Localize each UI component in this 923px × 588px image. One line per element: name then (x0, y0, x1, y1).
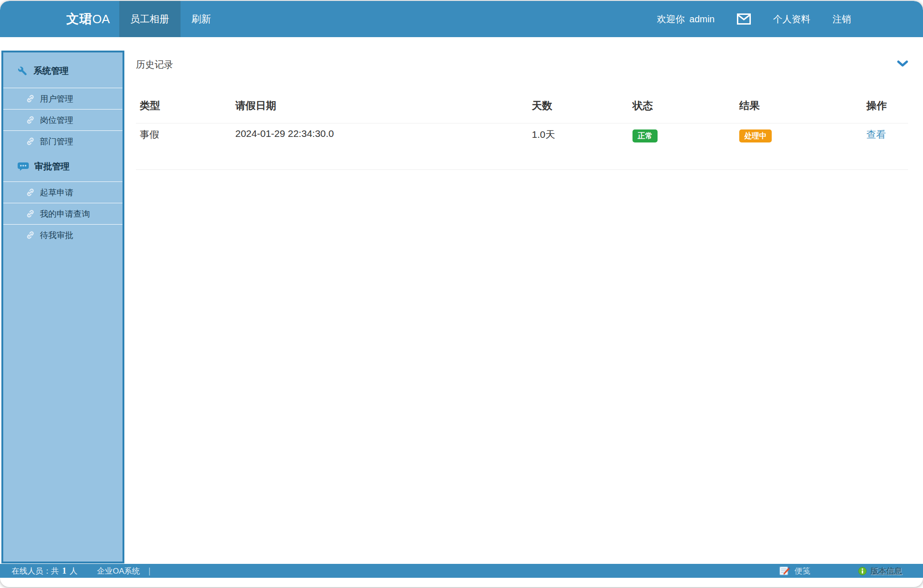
online-users: 在线人员：共 1 人 (12, 566, 77, 576)
statusbar-right: 便笺 版本信息 (779, 565, 902, 576)
page-title: 历史记录 (136, 58, 173, 71)
link-icon (26, 115, 35, 125)
sidebar-item-draft-apply[interactable]: 起草申请 (3, 181, 123, 203)
welcome-label: 欢迎你 (657, 13, 685, 26)
sidebar-item-draft-apply-label: 起草申请 (40, 187, 73, 198)
online-users-label: 在线人员：共 (12, 566, 59, 576)
tab-refresh[interactable]: 刷新 (181, 1, 222, 37)
sidebar-item-user-mgmt-label: 用户管理 (40, 93, 73, 104)
wrench-icon (17, 65, 28, 77)
view-link[interactable]: 查看 (866, 129, 886, 140)
link-icon (26, 136, 35, 146)
username: admin (690, 14, 715, 25)
history-panel-header: 历史记录 (136, 58, 908, 71)
column-header-action: 操作 (863, 92, 908, 123)
link-icon (26, 230, 35, 240)
collapse-button[interactable] (897, 60, 908, 68)
online-users-count: 1 (62, 566, 66, 576)
mail-button[interactable] (737, 13, 751, 25)
sidebar-item-my-applications[interactable]: 我的申请查询 (3, 203, 123, 224)
sidebar: 系统管理 用户管理 岗位管理 (1, 51, 124, 563)
notes-button[interactable]: 便笺 (779, 565, 810, 576)
sidebar-item-pending-approval-label: 待我审批 (40, 230, 73, 241)
comments-icon (17, 161, 29, 172)
chevron-down-icon (897, 60, 908, 68)
sidebar-item-my-applications-label: 我的申请查询 (40, 208, 90, 220)
sidebar-section-system-label: 系统管理 (33, 65, 69, 77)
tab-employee-album[interactable]: 员工相册 (119, 1, 181, 37)
envelope-icon (737, 13, 751, 25)
welcome-text: 欢迎你 admin (657, 13, 715, 26)
link-icon (26, 209, 35, 219)
status-badge: 正常 (633, 129, 658, 142)
result-badge: 处理中 (739, 129, 772, 142)
column-header-type: 类型 (136, 92, 232, 123)
cell-leave-date: 2024-01-29 22:34:30.0 (232, 123, 528, 170)
cell-leave-days: 1.0天 (528, 123, 629, 170)
table-row: 事假 2024-01-29 22:34:30.0 1.0天 正常 处理中 查看 (136, 123, 908, 170)
navbar-right: 欢迎你 admin 个人资料 注销 (657, 1, 851, 37)
sidebar-item-dept-mgmt-label: 部门管理 (40, 136, 73, 147)
navbar-tabs: 员工相册 刷新 (119, 1, 222, 37)
notes-label: 便笺 (794, 566, 810, 576)
column-header-status: 状态 (629, 92, 736, 123)
column-header-result: 结果 (736, 92, 863, 123)
sidebar-item-user-mgmt[interactable]: 用户管理 (3, 88, 123, 109)
system-name: 企业OA系统 (97, 566, 140, 576)
column-header-date: 请假日期 (232, 92, 528, 123)
sidebar-item-dept-mgmt[interactable]: 部门管理 (3, 130, 123, 152)
app-window: 文珺OA 员工相册 刷新 欢迎你 admin (0, 1, 923, 587)
history-table-header: 类型 请假日期 天数 状态 结果 操作 (136, 92, 908, 123)
online-users-unit: 人 (70, 566, 77, 576)
profile-link[interactable]: 个人资料 (773, 13, 810, 26)
sidebar-section-approval[interactable]: 审批管理 (3, 152, 123, 181)
link-icon (26, 94, 35, 103)
sidebar-section-approval-label: 审批管理 (34, 161, 70, 173)
column-header-days: 天数 (528, 92, 629, 123)
version-info-label: 版本信息 (871, 566, 902, 576)
sidebar-item-post-mgmt-label: 岗位管理 (40, 115, 73, 126)
link-icon (26, 187, 35, 197)
cell-leave-type: 事假 (136, 123, 232, 170)
info-icon (858, 567, 867, 575)
sidebar-item-post-mgmt[interactable]: 岗位管理 (3, 109, 123, 130)
logout-link[interactable]: 注销 (833, 13, 851, 26)
sidebar-item-pending-approval[interactable]: 待我审批 (3, 224, 123, 246)
version-info-link[interactable]: 版本信息 (858, 566, 902, 576)
top-navbar: 文珺OA 员工相册 刷新 欢迎你 admin (0, 1, 923, 37)
app-logo-bold: 文珺 (66, 11, 92, 27)
tab-employee-album-label: 员工相册 (130, 13, 169, 26)
app-logo-suffix: OA (92, 12, 110, 26)
history-table: 类型 请假日期 天数 状态 结果 操作 事假 2024-01-29 22:34:… (136, 92, 908, 170)
statusbar-divider: ｜ (146, 566, 154, 576)
main-content: 历史记录 类型 请假日期 天数 状态 结果 操作 (124, 37, 923, 563)
status-bar: 在线人员：共 1 人 企业OA系统 ｜ 便笺 (0, 564, 923, 578)
sidebar-section-system[interactable]: 系统管理 (3, 52, 123, 88)
app-logo: 文珺OA (66, 1, 110, 37)
notepad-pencil-icon (779, 565, 791, 576)
tab-refresh-label: 刷新 (192, 13, 211, 26)
